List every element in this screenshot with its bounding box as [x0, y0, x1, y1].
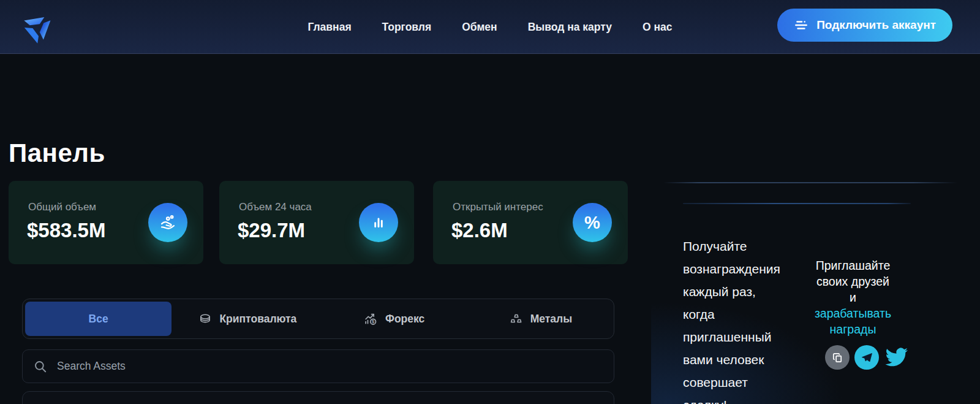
connect-account-button[interactable]: Подключить аккаунт — [777, 9, 952, 42]
stacked-card-edge — [663, 182, 957, 183]
stat-icon-circle — [148, 203, 187, 242]
brand-logo-icon[interactable] — [17, 6, 58, 48]
invite-line: Приглашайте — [802, 257, 903, 273]
stat-card-volume-24h: Объем 24 часа $29.7M — [219, 181, 414, 264]
tab-forex[interactable]: $ Форекс — [321, 299, 467, 338]
connect-account-label: Подключить аккаунт — [816, 18, 936, 32]
telegram-icon — [860, 351, 873, 364]
stat-icon-circle — [359, 203, 398, 242]
stat-card-total-volume: Общий объем $583.5M — [9, 181, 203, 264]
tab-cryptocurrency[interactable]: Криптовалюта — [174, 299, 320, 338]
dashboard-screen: Главная Торговля Обмен Вывод на карту О … — [0, 0, 980, 404]
stat-card-open-interest: Открытый интерес $2.6M % — [433, 181, 628, 264]
tab-metals[interactable]: Металы — [467, 299, 614, 338]
earn-rewards-link[interactable]: зарабатывать награды — [802, 305, 903, 337]
search-icon — [33, 359, 48, 374]
metal-ingots-icon — [509, 311, 524, 326]
tab-metals-label: Металы — [530, 313, 572, 326]
nav-link-home[interactable]: Главная — [307, 21, 351, 34]
tab-all[interactable]: Все — [25, 302, 172, 336]
search-input[interactable] — [56, 359, 603, 373]
copy-icon — [831, 351, 844, 364]
referral-message: Получайте вознаграждения каждый раз, ког… — [683, 235, 787, 404]
asset-search — [22, 349, 614, 383]
invite-highlight-line: награды — [802, 321, 903, 337]
stat-icon-circle: % — [573, 203, 612, 242]
forex-chart-icon: $ — [363, 311, 379, 327]
top-navbar: Главная Торговля Обмен Вывод на карту О … — [0, 0, 980, 54]
referral-social-row — [825, 345, 908, 370]
page-title: Панель — [9, 139, 105, 168]
coin-icon — [198, 311, 213, 326]
nav-link-about[interactable]: О нас — [643, 21, 673, 34]
tab-all-label: Все — [89, 313, 108, 326]
percent-icon: % — [584, 214, 600, 232]
main-navigation: Главная Торговля Обмен Вывод на карту О … — [307, 0, 672, 54]
nav-link-trading[interactable]: Торговля — [382, 21, 432, 34]
twitter-icon — [884, 345, 908, 370]
asset-list-container — [22, 391, 614, 404]
stacked-card-edge — [683, 203, 911, 204]
nav-link-exchange[interactable]: Обмен — [462, 21, 497, 34]
telegram-button[interactable] — [854, 345, 879, 370]
invite-line: своих друзей — [802, 273, 903, 289]
invite-highlight-line: зарабатывать — [802, 305, 903, 321]
asset-category-tabs: Все Криптовалюта $ Форекс — [22, 299, 614, 339]
tab-cryptocurrency-label: Криптовалюта — [219, 313, 296, 326]
svg-text:$: $ — [372, 319, 374, 324]
hand-coins-icon — [158, 213, 178, 232]
copy-referral-link-button[interactable] — [825, 345, 850, 370]
invite-line: и — [802, 289, 903, 305]
bar-chart-icon — [369, 213, 388, 232]
nav-link-withdraw[interactable]: Вывод на карту — [528, 21, 612, 34]
referral-invite-text: Приглашайте своих друзей и зарабатывать … — [802, 257, 903, 337]
tab-forex-label: Форекс — [385, 313, 424, 326]
twitter-button[interactable] — [884, 345, 908, 370]
connect-lines-icon — [794, 18, 809, 32]
